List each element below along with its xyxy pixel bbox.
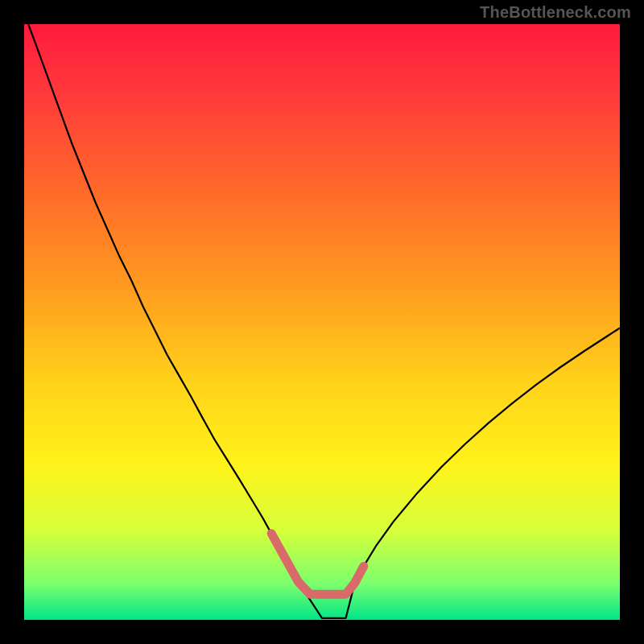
watermark-text: TheBottleneck.com bbox=[480, 3, 631, 22]
plot-area bbox=[24, 24, 620, 620]
chart-frame: TheBottleneck.com bbox=[0, 0, 644, 644]
chart-svg bbox=[24, 24, 620, 620]
gradient-background bbox=[24, 24, 620, 620]
